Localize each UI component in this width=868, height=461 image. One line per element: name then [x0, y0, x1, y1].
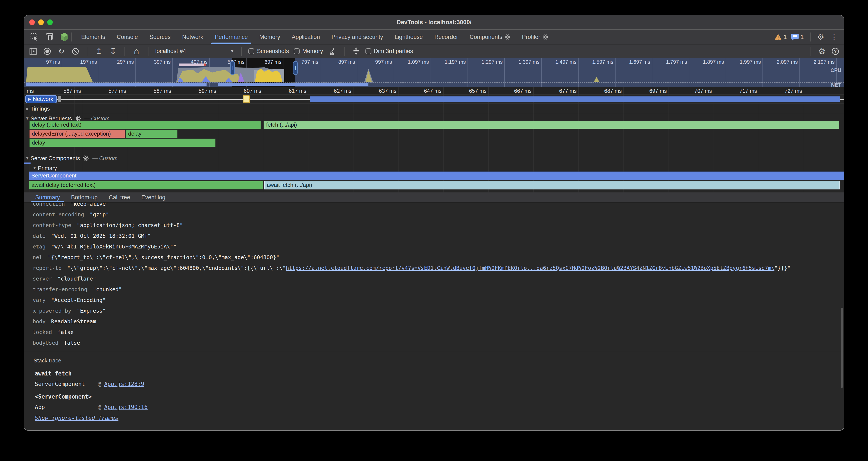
warnings-badge[interactable]: 1 [774, 34, 787, 40]
toggle-sidebar-icon[interactable] [28, 47, 38, 56]
overview-tick-label: 2,197 ms [801, 59, 835, 65]
tabbar-left-icons [30, 32, 69, 42]
flame-bar-delay[interactable]: delay [29, 139, 216, 147]
tab-console[interactable]: Console [111, 30, 144, 44]
tab-summary[interactable]: Summary [30, 193, 66, 202]
header-value-link[interactable]: https://a.nel.cloudflare.com/report/v4?s… [286, 265, 774, 271]
frame-location-link[interactable]: App.js:128:9 [104, 381, 144, 387]
frame-location-link[interactable]: App.js:190:16 [104, 404, 148, 410]
garbage-collect-icon[interactable] [328, 47, 337, 56]
settings-gear-icon[interactable]: ⚙ [817, 33, 824, 41]
performance-toolbar: ↻ ↥ ↧ ⌂ localhost #4 ▼ Screenshots [24, 45, 844, 58]
flame-chart-area[interactable]: ▶ Network ▶ Timings ▼ Server Requests [24, 94, 844, 193]
tab-performance[interactable]: Performance [209, 30, 254, 44]
header-row-body: bodyReadableStream [24, 316, 844, 327]
overview-tick-label: 397 ms [136, 59, 170, 65]
inspect-element-icon[interactable] [30, 32, 39, 42]
tab-event-log[interactable]: Event log [136, 193, 171, 202]
header-key: content-type [33, 222, 71, 228]
memory-checkbox-box[interactable] [294, 48, 300, 54]
flame-bar-fetch-api[interactable]: fetch (.../api) [264, 121, 839, 129]
header-key: vary [33, 297, 45, 303]
screenshots-checkbox-box[interactable] [248, 48, 254, 54]
issues-badge[interactable]: 1 [791, 33, 804, 40]
header-key: bodyUsed [33, 340, 58, 346]
tab-elements[interactable]: Elements [75, 30, 111, 44]
network-track-resize-knob[interactable] [58, 96, 61, 102]
screenshots-checkbox[interactable]: Screenshots [248, 48, 289, 55]
tabbar-right: 1 1 ⚙ ⋮ [774, 32, 840, 41]
tab-privacy-and-security[interactable]: Privacy and security [326, 30, 389, 44]
flame-bar-servercomponent[interactable]: ServerComponent [29, 172, 844, 180]
tab-label: Recorder [434, 34, 458, 40]
scrollbar-thumb[interactable] [841, 308, 843, 388]
reload-record-icon[interactable]: ↻ [57, 47, 66, 56]
selection-handle-right[interactable]: ∥ [293, 61, 298, 75]
timeline-overview[interactable]: 97 ms197 ms297 ms397 ms497 ms597 ms697 m… [24, 58, 844, 87]
tab-profiler[interactable]: Profiler [516, 30, 554, 44]
help-icon[interactable]: ? [831, 47, 840, 56]
desktop-background: DevTools - localhost:3000/ [0, 0, 868, 461]
flame-bar-delay-deferred-text[interactable]: delay (deferred text) [29, 121, 261, 129]
header-value: "application/json; charset=utf-8" [77, 222, 183, 228]
flame-bar-delayederror-ayed-exception[interactable]: delayedError (...ayed exception) [29, 129, 125, 138]
upload-profile-icon[interactable]: ↥ [94, 47, 103, 56]
dim-3rd-parties-checkbox-box[interactable] [366, 48, 371, 54]
server-components-section-header[interactable]: ▼ Server Components — Custom [24, 154, 844, 162]
network-track-label[interactable]: ▶ Network [25, 95, 57, 103]
memory-checkbox[interactable]: Memory [294, 48, 323, 55]
show-ignore-listed-frames-link[interactable]: Show ignore-listed frames [35, 415, 118, 421]
tab-sources[interactable]: Sources [144, 30, 177, 44]
flame-bar-delay[interactable]: delay [126, 129, 178, 138]
details-pane[interactable]: connection"keep-alive"content-encoding"g… [24, 203, 844, 352]
selection-handle-left[interactable]: ∥ [230, 61, 235, 75]
tabbar-right-divider [810, 32, 810, 41]
network-request-bar[interactable] [310, 96, 840, 102]
cpu-track-label: CPU [830, 67, 841, 73]
tab-lighthouse[interactable]: Lighthouse [389, 30, 429, 44]
overview-tick-label: 1,397 ms [505, 59, 539, 65]
tab-bottom-up[interactable]: Bottom-up [66, 193, 103, 202]
tab-memory[interactable]: Memory [253, 30, 286, 44]
record-icon[interactable] [42, 47, 52, 56]
devtools-tabbar: ElementsConsoleSourcesNetworkPerformance… [24, 30, 844, 45]
ruler-tick-label: 677 ms [540, 88, 577, 94]
tab-network[interactable]: Network [177, 30, 209, 44]
tab-application[interactable]: Application [286, 30, 326, 44]
tab-call-tree[interactable]: Call tree [103, 193, 136, 202]
react-atom-icon [504, 34, 510, 40]
tab-components[interactable]: Components [464, 30, 516, 44]
timeline-ruler[interactable]: ms 567 ms577 ms587 ms597 ms607 ms617 ms6… [24, 87, 844, 94]
header-value: "{\"report_to\":\"cf-nel\",\"success_fra… [48, 254, 279, 260]
tab-recorder[interactable]: Recorder [429, 30, 464, 44]
primary-track-row[interactable]: ▼ Primary [24, 164, 844, 172]
session-select[interactable]: localhost #4 ▼ [155, 48, 234, 55]
network-track-row[interactable]: ▶ Network [24, 94, 844, 104]
download-profile-icon[interactable]: ↧ [108, 47, 118, 56]
capture-settings-gear-icon[interactable]: ⚙ [818, 47, 826, 55]
home-icon[interactable]: ⌂ [132, 47, 141, 56]
timings-track-row[interactable]: ▶ Timings [24, 104, 844, 113]
frame-name: await fetch [35, 370, 98, 377]
dim-3rd-parties-checkbox[interactable]: Dim 3rd parties [366, 48, 413, 55]
memory-label: Memory [302, 48, 323, 55]
overview-tick-label: 1,997 ms [726, 59, 761, 65]
device-toolbar-icon[interactable] [44, 32, 54, 42]
collapse-tracks-icon[interactable] [351, 47, 361, 56]
toolbar-divider-1 [87, 47, 87, 56]
more-options-icon[interactable]: ⋮ [829, 33, 840, 41]
header-row-nel: nel"{\"report_to\":\"cf-nel\",\"success_… [24, 252, 844, 263]
overview-tick-label: 1,097 ms [395, 59, 429, 65]
header-row-content-type: content-type"application/json; charset=u… [24, 220, 844, 231]
toolbar-divider-4 [241, 47, 242, 56]
ruler-tick-label: 567 ms [44, 88, 81, 94]
ruler-tick-label: 607 ms [225, 88, 261, 94]
server-components-caret-icon: ▼ [24, 156, 31, 161]
flame-bar-await-fetch-api[interactable]: await fetch (.../api) [264, 181, 840, 190]
header-key: nel [33, 254, 42, 260]
clear-icon[interactable] [71, 47, 80, 56]
header-row-transfer-encoding: transfer-encoding"chunked" [24, 284, 844, 295]
selected-network-request-marker[interactable] [243, 95, 250, 103]
toolbar-divider-5 [344, 47, 344, 56]
flame-bar-await-delay-deferred-text[interactable]: await delay (deferred text) [29, 181, 264, 190]
